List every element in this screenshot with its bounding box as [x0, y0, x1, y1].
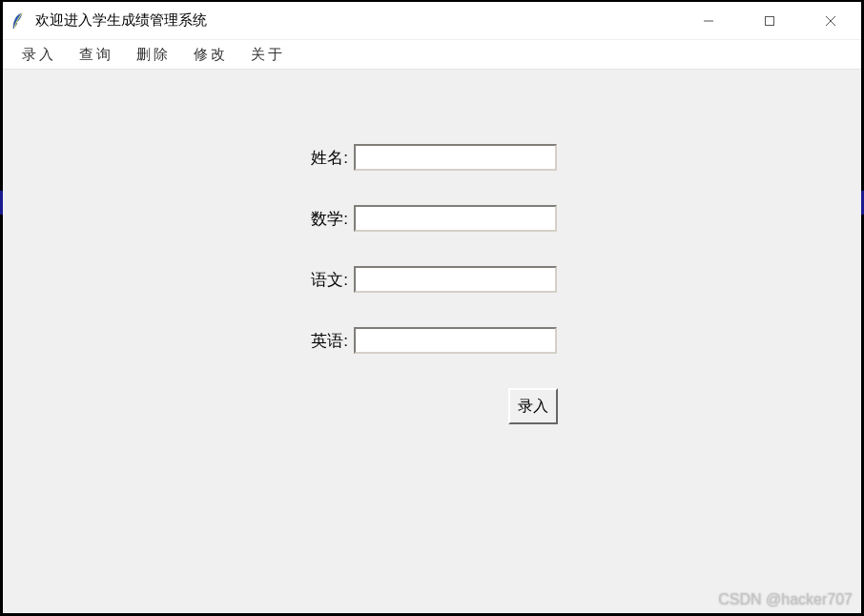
input-english[interactable] [354, 327, 557, 354]
client-area: 姓名: 数学: 语文: 英语: 录入 [3, 70, 861, 613]
menu-query[interactable]: 查询 [68, 43, 125, 67]
maximize-button[interactable] [739, 2, 800, 39]
menu-delete[interactable]: 删除 [125, 43, 182, 67]
row-chinese: 语文: [300, 266, 558, 293]
menu-input[interactable]: 录入 [10, 43, 68, 67]
row-english: 英语: [300, 327, 558, 354]
titlebar: 欢迎进入学生成绩管理系统 [3, 2, 861, 40]
menubar: 录入 查询 删除 修改 关于 [3, 40, 861, 70]
input-name[interactable] [354, 144, 557, 171]
row-name: 姓名: [300, 144, 558, 171]
window-title: 欢迎进入学生成绩管理系统 [35, 11, 678, 30]
label-name: 姓名: [300, 147, 348, 169]
input-chinese[interactable] [354, 266, 557, 293]
input-form: 姓名: 数学: 语文: 英语: 录入 [300, 144, 558, 424]
close-button[interactable] [800, 2, 861, 39]
submit-row: 录入 [300, 388, 558, 424]
menu-about[interactable]: 关于 [239, 43, 297, 67]
minimize-button[interactable] [678, 2, 739, 39]
menu-modify[interactable]: 修改 [182, 43, 239, 67]
label-math: 数学: [300, 208, 348, 230]
submit-button[interactable]: 录入 [508, 388, 558, 424]
feather-icon [10, 11, 26, 31]
row-math: 数学: [300, 205, 558, 232]
label-english: 英语: [300, 330, 348, 352]
svg-rect-1 [766, 16, 774, 25]
label-chinese: 语文: [300, 269, 348, 291]
window: 欢迎进入学生成绩管理系统 录入 查询 删除 修改 关于 姓名: 数学: [3, 2, 861, 613]
window-controls [678, 2, 861, 39]
watermark: CSDN @hacker707 [718, 591, 853, 608]
input-math[interactable] [354, 205, 557, 232]
